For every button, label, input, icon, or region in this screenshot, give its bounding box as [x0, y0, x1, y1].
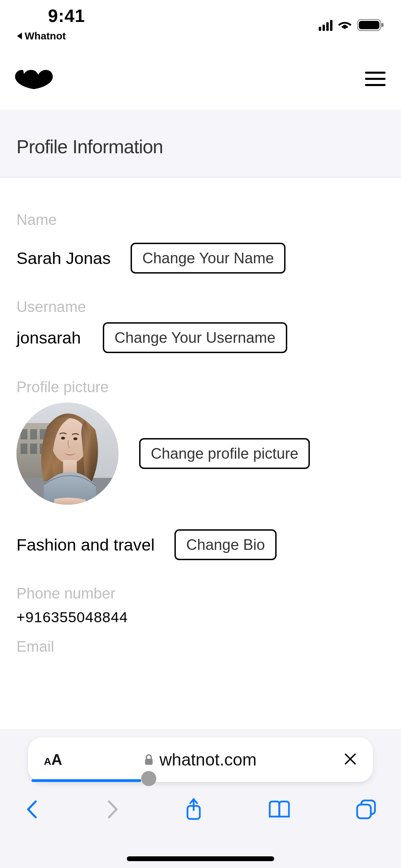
field-label-name: Name [16, 211, 385, 228]
phone-value: +916355048844 [16, 609, 385, 626]
url-bar[interactable]: AA whatnot.com [28, 737, 373, 782]
app-header [0, 48, 401, 110]
wifi-icon [337, 19, 352, 31]
browser-chrome: AA whatnot.com [0, 730, 401, 868]
back-app-label: Whatnot [25, 30, 66, 42]
change-bio-button[interactable]: Change Bio [174, 529, 277, 560]
change-name-button[interactable]: Change Your Name [131, 243, 285, 274]
page-title: Profile Information [16, 136, 385, 158]
home-indicator[interactable] [127, 856, 274, 861]
name-value: Sarah Jonas [16, 249, 111, 268]
url-center: whatnot.com [144, 750, 256, 770]
url-bar-wrap: AA whatnot.com [0, 730, 401, 785]
svg-rect-12 [30, 444, 37, 454]
page-load-progress [32, 779, 141, 782]
svg-point-17 [73, 437, 77, 440]
stop-reload-button[interactable] [343, 749, 357, 770]
back-triangle-icon [17, 33, 22, 39]
status-time: 9:41 [48, 7, 85, 25]
svg-rect-9 [30, 429, 37, 439]
whatnot-logo[interactable] [14, 69, 54, 89]
tabs-button[interactable] [355, 799, 377, 821]
avatar-image [16, 402, 119, 505]
page-load-dot [141, 771, 156, 786]
back-button[interactable] [24, 799, 40, 821]
section-header: Profile Information [0, 110, 401, 178]
field-bio: Fashion and travel Change Bio [16, 505, 385, 560]
svg-rect-8 [21, 429, 27, 439]
hamburger-menu-icon[interactable] [365, 71, 386, 87]
svg-point-16 [61, 437, 65, 439]
value-row-picture: Change profile picture [16, 402, 385, 505]
field-email: Email [16, 626, 385, 655]
field-label-email: Email [16, 638, 385, 655]
forward-button[interactable] [104, 799, 121, 821]
field-label-username: Username [16, 298, 385, 315]
share-button[interactable] [184, 798, 203, 822]
bio-value: Fashion and travel [16, 535, 155, 554]
avatar[interactable] [16, 402, 119, 505]
field-username: Username jonsarah Change Your Username [16, 274, 385, 353]
username-value: jonsarah [16, 328, 81, 347]
svg-rect-19 [145, 759, 153, 765]
field-phone: Phone number +916355048844 [16, 560, 385, 626]
field-name: Name Sarah Jonas Change Your Name [16, 178, 385, 274]
value-row-username: jonsarah Change Your Username [16, 322, 385, 353]
svg-rect-2 [381, 23, 384, 27]
cellular-icon [319, 19, 332, 31]
status-indicators [319, 19, 384, 32]
lock-icon [144, 754, 153, 765]
reader-aa-button[interactable]: AA [44, 752, 62, 767]
svg-rect-1 [359, 21, 379, 29]
browser-toolbar [0, 785, 401, 826]
bookmarks-button[interactable] [267, 799, 292, 821]
field-picture: Profile picture [16, 353, 385, 505]
change-username-button[interactable]: Change Your Username [103, 322, 287, 353]
value-row-bio: Fashion and travel Change Bio [16, 529, 385, 560]
status-left: 9:41 Whatnot [17, 7, 85, 42]
url-text: whatnot.com [159, 750, 256, 770]
svg-rect-26 [357, 805, 371, 818]
back-to-app-button[interactable]: Whatnot [17, 30, 85, 42]
change-picture-button[interactable]: Change profile picture [139, 438, 310, 469]
content: Name Sarah Jonas Change Your Name Userna… [0, 178, 401, 655]
value-row-name: Sarah Jonas Change Your Name [16, 243, 385, 274]
svg-rect-18 [63, 460, 77, 474]
field-label-phone: Phone number [16, 585, 385, 602]
battery-icon [357, 19, 384, 32]
field-label-picture: Profile picture [16, 378, 385, 396]
svg-rect-11 [21, 444, 27, 454]
status-bar: 9:41 Whatnot [0, 0, 401, 48]
